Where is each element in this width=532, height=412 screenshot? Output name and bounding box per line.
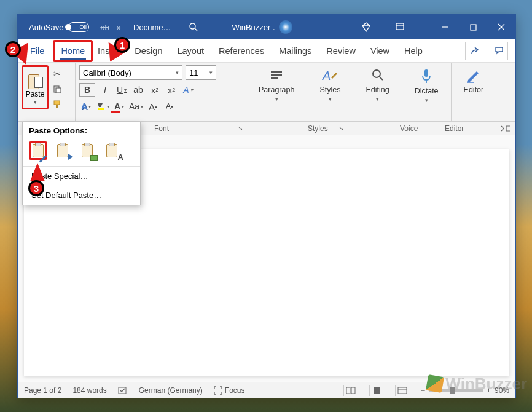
paste-keep-source-icon[interactable] (29, 141, 47, 160)
italic-button[interactable]: I (98, 83, 112, 97)
read-mode-icon[interactable] (343, 385, 358, 396)
tab-review[interactable]: Review (319, 39, 363, 62)
shrink-font-button[interactable]: A▾ (163, 100, 176, 113)
tab-home[interactable]: Home (53, 40, 93, 62)
font-color-button[interactable]: A (112, 100, 126, 113)
svg-rect-14 (271, 74, 282, 76)
close-button[interactable] (487, 15, 515, 39)
language-status[interactable]: German (Germany) (139, 386, 203, 395)
svg-point-0 (190, 23, 195, 29)
focus-icon[interactable]: Focus (214, 386, 245, 395)
search-icon[interactable] (189, 22, 198, 32)
diamond-icon[interactable] (361, 22, 380, 33)
group-styles: A Styles ▾ (307, 63, 353, 121)
share-button[interactable] (465, 42, 483, 60)
svg-rect-13 (271, 71, 282, 73)
chevron-down-icon: ▾ (376, 96, 379, 102)
annotation-3: 3 (28, 180, 44, 196)
superscript-button[interactable]: x2 (165, 83, 178, 97)
group-clipboard: Paste ▾ ✂ (18, 63, 76, 121)
tab-mailings[interactable]: Mailings (272, 39, 319, 62)
collapse-ribbon-icon[interactable] (501, 125, 510, 132)
change-case-button[interactable]: Aa (129, 100, 143, 113)
tab-view[interactable]: View (363, 39, 397, 62)
zoom-out-icon[interactable]: − (421, 386, 425, 395)
web-layout-icon[interactable] (395, 385, 410, 396)
editor-icon (466, 68, 482, 84)
chevron-down-icon: ▾ (34, 99, 37, 105)
text-effects-button[interactable]: A (79, 100, 93, 113)
paste-merge-icon[interactable] (53, 141, 72, 160)
spellcheck-icon[interactable]: ab (100, 23, 109, 32)
autosave-toggle[interactable]: AutoSave Off (29, 22, 89, 32)
paste-button[interactable]: Paste ▾ (22, 65, 49, 109)
bold-button[interactable]: B (79, 83, 95, 97)
svg-line-1 (195, 28, 197, 31)
svg-rect-9 (56, 88, 61, 93)
chevron-down-icon: ▾ (275, 96, 278, 102)
group-paragraph: Paragraph ▾ (246, 63, 307, 121)
highlight-button[interactable] (96, 100, 109, 113)
copy-icon[interactable] (51, 83, 63, 95)
paste-icon (27, 72, 43, 89)
window-controls (431, 15, 515, 39)
voice-group-label: Voice (400, 124, 418, 133)
paragraph-button[interactable]: Paragraph ▾ (250, 65, 303, 105)
dictate-button[interactable]: Dictate ▾ (406, 65, 447, 106)
font-launcher-icon[interactable]: ↘ (238, 125, 243, 132)
strike-button[interactable]: ab (131, 83, 145, 97)
chevron-down-icon: ▾ (329, 96, 332, 102)
paste-picture-icon[interactable] (78, 141, 96, 160)
chevron-down-icon: ▾ (425, 97, 428, 103)
editing-button[interactable]: Editing ▾ (357, 65, 397, 105)
titlebar: AutoSave Off ab » Docume… WinBuzzer . (18, 15, 515, 39)
subscript-button[interactable]: x2 (148, 83, 162, 97)
page-status[interactable]: Page 1 of 2 (24, 386, 61, 395)
cut-icon[interactable]: ✂ (51, 68, 63, 80)
editor-button[interactable]: Editor (455, 65, 493, 97)
account-avatar-icon[interactable] (279, 20, 292, 34)
maximize-button[interactable] (459, 15, 487, 39)
paste-text-only-icon[interactable]: A (103, 141, 121, 160)
title-buttons (361, 22, 426, 33)
tab-layout[interactable]: Layout (170, 39, 211, 62)
paste-options-header: Paste Options: (23, 122, 140, 138)
clear-format-button[interactable]: A (181, 83, 195, 97)
editor-group-label: Editor (445, 124, 464, 133)
svg-rect-15 (271, 77, 278, 79)
mic-icon (419, 68, 434, 85)
styles-button[interactable]: A Styles ▾ (311, 65, 349, 105)
tab-help[interactable]: Help (397, 39, 430, 62)
search-icon (370, 68, 385, 84)
svg-rect-2 (396, 23, 404, 30)
print-layout-icon[interactable] (369, 385, 384, 396)
svg-rect-10 (54, 101, 60, 105)
app-window-icon[interactable] (395, 22, 415, 33)
styles-launcher-icon[interactable]: ↘ (338, 125, 343, 132)
paste-label: Paste (26, 90, 45, 98)
underline-button[interactable]: U (115, 83, 128, 97)
tab-references[interactable]: References (211, 39, 272, 62)
paragraph-icon (268, 68, 284, 84)
document-title: Docume… (133, 23, 171, 32)
autosave-label: AutoSave (29, 23, 63, 32)
grow-font-button[interactable]: A▴ (146, 100, 160, 113)
minimize-button[interactable] (431, 15, 459, 39)
comments-button[interactable] (490, 42, 508, 60)
svg-text:A: A (322, 69, 331, 82)
font-size-combo[interactable]: 11 (186, 65, 216, 80)
toggle-off-icon[interactable]: Off (68, 22, 89, 32)
qat-overflow-icon[interactable]: » (117, 23, 121, 32)
app-window: AutoSave Off ab » Docume… WinBuzzer . Fi… (17, 14, 516, 398)
app-hint: WinBuzzer . (232, 23, 275, 32)
proofing-icon[interactable] (118, 386, 128, 395)
font-group-label: Font (154, 124, 169, 133)
svg-rect-24 (351, 387, 355, 394)
tab-design[interactable]: Design (127, 39, 170, 62)
svg-rect-5 (471, 25, 476, 30)
word-count[interactable]: 184 words (72, 386, 106, 395)
svg-rect-25 (374, 387, 380, 394)
font-name-combo[interactable]: Calibri (Body) (79, 65, 182, 80)
format-painter-icon[interactable] (51, 98, 63, 111)
group-editor: Editor (452, 63, 496, 121)
